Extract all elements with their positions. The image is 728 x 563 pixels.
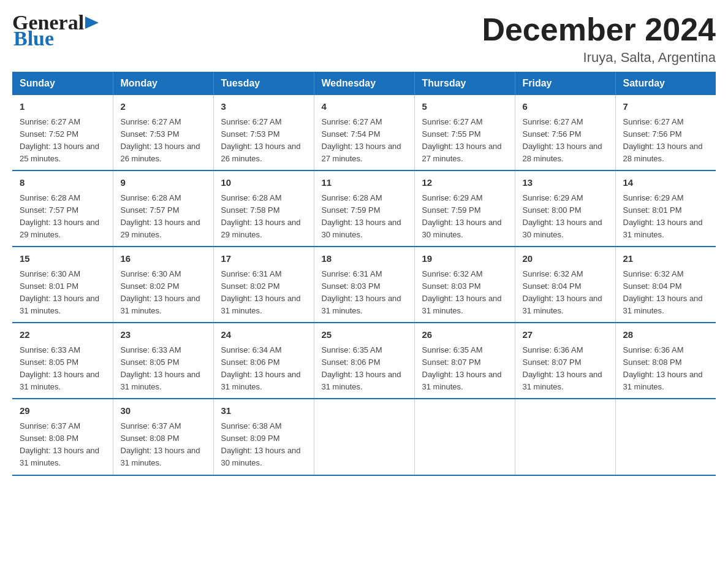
- cell-info: Sunrise: 6:30 AMSunset: 8:02 PMDaylight:…: [121, 268, 206, 318]
- cell-info: Sunrise: 6:27 AMSunset: 7:52 PMDaylight:…: [20, 116, 105, 166]
- day-number: 13: [523, 176, 608, 190]
- day-number: 8: [20, 176, 105, 190]
- calendar-cell: 24Sunrise: 6:34 AMSunset: 8:06 PMDayligh…: [213, 323, 314, 399]
- calendar-cell: 3Sunrise: 6:27 AMSunset: 7:53 PMDaylight…: [213, 95, 314, 170]
- calendar-cell: 15Sunrise: 6:30 AMSunset: 8:01 PMDayligh…: [12, 247, 113, 323]
- cell-info: Sunrise: 6:28 AMSunset: 7:57 PMDaylight:…: [20, 192, 105, 242]
- calendar-cell: 14Sunrise: 6:29 AMSunset: 8:01 PMDayligh…: [615, 170, 716, 247]
- calendar-cell: 28Sunrise: 6:36 AMSunset: 8:08 PMDayligh…: [615, 323, 716, 399]
- cell-info: Sunrise: 6:27 AMSunset: 7:53 PMDaylight:…: [221, 116, 306, 166]
- calendar-cell: [615, 399, 716, 475]
- calendar-cell: 16Sunrise: 6:30 AMSunset: 8:02 PMDayligh…: [113, 247, 213, 323]
- day-number: 25: [322, 328, 407, 342]
- day-number: 14: [623, 176, 709, 190]
- calendar-cell: 1Sunrise: 6:27 AMSunset: 7:52 PMDaylight…: [12, 95, 113, 170]
- calendar-cell: 29Sunrise: 6:37 AMSunset: 8:08 PMDayligh…: [12, 399, 113, 475]
- cell-info: Sunrise: 6:32 AMSunset: 8:04 PMDaylight:…: [523, 268, 608, 318]
- svg-marker-0: [85, 17, 99, 29]
- calendar-cell: 22Sunrise: 6:33 AMSunset: 8:05 PMDayligh…: [12, 323, 113, 399]
- calendar-cell: 25Sunrise: 6:35 AMSunset: 8:06 PMDayligh…: [314, 323, 414, 399]
- day-number: 29: [20, 404, 105, 418]
- calendar-cell: 6Sunrise: 6:27 AMSunset: 7:56 PMDaylight…: [515, 95, 615, 170]
- cell-info: Sunrise: 6:27 AMSunset: 7:54 PMDaylight:…: [322, 116, 407, 166]
- cell-info: Sunrise: 6:27 AMSunset: 7:56 PMDaylight:…: [623, 116, 709, 166]
- header-row: SundayMondayTuesdayWednesdayThursdayFrid…: [12, 72, 716, 95]
- day-number: 30: [121, 404, 206, 418]
- day-number: 11: [322, 176, 407, 190]
- day-number: 26: [422, 328, 507, 342]
- calendar-cell: 11Sunrise: 6:28 AMSunset: 7:59 PMDayligh…: [314, 170, 414, 247]
- cell-info: Sunrise: 6:35 AMSunset: 8:06 PMDaylight:…: [322, 344, 407, 394]
- calendar-header: SundayMondayTuesdayWednesdayThursdayFrid…: [12, 72, 716, 95]
- cell-info: Sunrise: 6:35 AMSunset: 8:07 PMDaylight:…: [422, 344, 507, 394]
- cell-info: Sunrise: 6:37 AMSunset: 8:08 PMDaylight:…: [20, 420, 105, 470]
- calendar-cell: 18Sunrise: 6:31 AMSunset: 8:03 PMDayligh…: [314, 247, 414, 323]
- calendar-cell: 7Sunrise: 6:27 AMSunset: 7:56 PMDaylight…: [615, 95, 716, 170]
- day-number: 23: [121, 328, 206, 342]
- cell-info: Sunrise: 6:27 AMSunset: 7:55 PMDaylight:…: [422, 116, 507, 166]
- cell-info: Sunrise: 6:34 AMSunset: 8:06 PMDaylight:…: [221, 344, 306, 394]
- calendar-cell: 2Sunrise: 6:27 AMSunset: 7:53 PMDaylight…: [113, 95, 213, 170]
- header-day-tuesday: Tuesday: [213, 72, 314, 95]
- cell-info: Sunrise: 6:29 AMSunset: 8:01 PMDaylight:…: [623, 192, 709, 242]
- week-row-3: 15Sunrise: 6:30 AMSunset: 8:01 PMDayligh…: [12, 247, 716, 323]
- calendar-cell: 5Sunrise: 6:27 AMSunset: 7:55 PMDaylight…: [414, 95, 515, 170]
- day-number: 28: [623, 328, 709, 342]
- day-number: 3: [221, 100, 306, 114]
- header-day-friday: Friday: [515, 72, 615, 95]
- page-header: General Blue December 2024 Iruya, Salta,…: [12, 12, 716, 66]
- day-number: 6: [523, 100, 608, 114]
- calendar-cell: 27Sunrise: 6:36 AMSunset: 8:07 PMDayligh…: [515, 323, 615, 399]
- day-number: 27: [523, 328, 608, 342]
- day-number: 9: [121, 176, 206, 190]
- cell-info: Sunrise: 6:29 AMSunset: 7:59 PMDaylight:…: [422, 192, 507, 242]
- calendar-cell: [515, 399, 615, 475]
- calendar-cell: 30Sunrise: 6:37 AMSunset: 8:08 PMDayligh…: [113, 399, 213, 475]
- cell-info: Sunrise: 6:33 AMSunset: 8:05 PMDaylight:…: [121, 344, 206, 394]
- week-row-4: 22Sunrise: 6:33 AMSunset: 8:05 PMDayligh…: [12, 323, 716, 399]
- cell-info: Sunrise: 6:38 AMSunset: 8:09 PMDaylight:…: [221, 420, 306, 470]
- header-day-sunday: Sunday: [12, 72, 113, 95]
- calendar-cell: 31Sunrise: 6:38 AMSunset: 8:09 PMDayligh…: [213, 399, 314, 475]
- day-number: 24: [221, 328, 306, 342]
- cell-info: Sunrise: 6:29 AMSunset: 8:00 PMDaylight:…: [523, 192, 608, 242]
- day-number: 18: [322, 252, 407, 266]
- day-number: 20: [523, 252, 608, 266]
- cell-info: Sunrise: 6:28 AMSunset: 7:59 PMDaylight:…: [322, 192, 407, 242]
- calendar-cell: [314, 399, 414, 475]
- week-row-2: 8Sunrise: 6:28 AMSunset: 7:57 PMDaylight…: [12, 170, 716, 247]
- day-number: 7: [623, 100, 709, 114]
- calendar-cell: [414, 399, 515, 475]
- day-number: 31: [221, 404, 306, 418]
- cell-info: Sunrise: 6:36 AMSunset: 8:07 PMDaylight:…: [523, 344, 608, 394]
- calendar-cell: 17Sunrise: 6:31 AMSunset: 8:02 PMDayligh…: [213, 247, 314, 323]
- header-day-thursday: Thursday: [414, 72, 515, 95]
- week-row-1: 1Sunrise: 6:27 AMSunset: 7:52 PMDaylight…: [12, 95, 716, 170]
- cell-info: Sunrise: 6:27 AMSunset: 7:53 PMDaylight:…: [121, 116, 206, 166]
- day-number: 10: [221, 176, 306, 190]
- calendar-body: 1Sunrise: 6:27 AMSunset: 7:52 PMDaylight…: [12, 95, 716, 475]
- day-number: 5: [422, 100, 507, 114]
- calendar-cell: 10Sunrise: 6:28 AMSunset: 7:58 PMDayligh…: [213, 170, 314, 247]
- logo: General Blue: [12, 12, 99, 49]
- day-number: 2: [121, 100, 206, 114]
- calendar-cell: 19Sunrise: 6:32 AMSunset: 8:03 PMDayligh…: [414, 247, 515, 323]
- day-number: 1: [20, 100, 105, 114]
- day-number: 22: [20, 328, 105, 342]
- cell-info: Sunrise: 6:37 AMSunset: 8:08 PMDaylight:…: [121, 420, 206, 470]
- calendar-cell: 23Sunrise: 6:33 AMSunset: 8:05 PMDayligh…: [113, 323, 213, 399]
- title-block: December 2024 Iruya, Salta, Argentina: [482, 12, 716, 66]
- day-number: 4: [322, 100, 407, 114]
- cell-info: Sunrise: 6:31 AMSunset: 8:03 PMDaylight:…: [322, 268, 407, 318]
- calendar-cell: 26Sunrise: 6:35 AMSunset: 8:07 PMDayligh…: [414, 323, 515, 399]
- header-day-saturday: Saturday: [615, 72, 716, 95]
- cell-info: Sunrise: 6:32 AMSunset: 8:03 PMDaylight:…: [422, 268, 507, 318]
- header-day-wednesday: Wednesday: [314, 72, 414, 95]
- calendar-cell: 21Sunrise: 6:32 AMSunset: 8:04 PMDayligh…: [615, 247, 716, 323]
- calendar-cell: 8Sunrise: 6:28 AMSunset: 7:57 PMDaylight…: [12, 170, 113, 247]
- day-number: 16: [121, 252, 206, 266]
- calendar-cell: 4Sunrise: 6:27 AMSunset: 7:54 PMDaylight…: [314, 95, 414, 170]
- header-day-monday: Monday: [113, 72, 213, 95]
- day-number: 15: [20, 252, 105, 266]
- cell-info: Sunrise: 6:33 AMSunset: 8:05 PMDaylight:…: [20, 344, 105, 394]
